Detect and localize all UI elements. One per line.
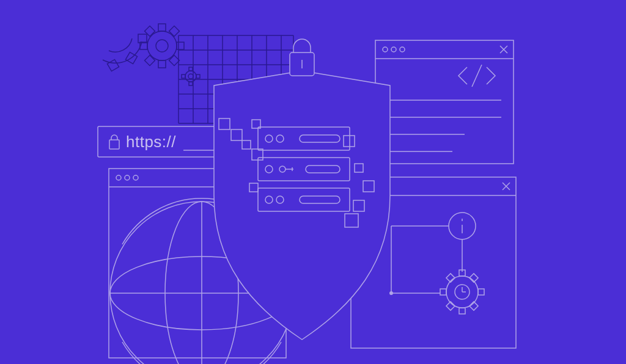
- svg-rect-95: [344, 136, 355, 147]
- url-bar: https://: [98, 126, 229, 157]
- svg-point-17: [147, 31, 177, 60]
- gear-icon-small: [182, 67, 200, 86]
- svg-rect-28: [107, 59, 119, 71]
- svg-rect-97: [363, 181, 374, 192]
- svg-rect-90: [219, 118, 230, 129]
- svg-rect-92: [242, 140, 251, 149]
- svg-rect-32: [189, 82, 193, 86]
- gear-icon-large: [140, 24, 184, 68]
- svg-rect-25: [145, 56, 155, 66]
- security-illustration: https://: [0, 0, 626, 364]
- svg-rect-24: [169, 56, 180, 66]
- svg-point-29: [188, 74, 193, 79]
- svg-rect-31: [189, 67, 193, 71]
- url-text: https://: [126, 133, 176, 151]
- svg-point-16: [156, 40, 168, 52]
- svg-rect-19: [158, 60, 166, 68]
- svg-point-74: [389, 291, 393, 295]
- svg-rect-99: [345, 214, 358, 227]
- svg-rect-91: [231, 129, 242, 140]
- svg-rect-100: [249, 183, 258, 192]
- code-window: [375, 40, 514, 164]
- illustration-svg: https://: [0, 0, 626, 364]
- svg-rect-33: [182, 75, 185, 78]
- svg-rect-98: [353, 200, 364, 211]
- svg-point-30: [185, 71, 196, 82]
- svg-rect-22: [169, 26, 180, 37]
- svg-rect-18: [158, 24, 166, 31]
- svg-rect-96: [355, 164, 363, 172]
- svg-rect-26: [138, 34, 147, 43]
- svg-rect-23: [145, 26, 155, 37]
- svg-rect-21: [177, 42, 184, 49]
- svg-rect-34: [196, 75, 200, 78]
- gear-icon-partial: [103, 34, 147, 71]
